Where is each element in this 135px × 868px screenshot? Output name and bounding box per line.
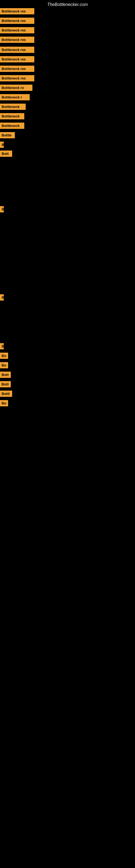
bottleneck-item-4[interactable]: Bottleneck res (0, 37, 34, 43)
bottleneck-item-11[interactable]: Bottleneck (0, 104, 26, 110)
bottleneck-item-8[interactable]: Bottleneck res (0, 75, 34, 82)
bottleneck-item-3[interactable]: Bottleneck res (0, 27, 34, 33)
bottleneck-item-2[interactable]: Bottleneck res (0, 18, 34, 24)
bottleneck-item-18[interactable]: B (0, 294, 4, 301)
bottleneck-item-5[interactable]: Bottleneck res (0, 46, 34, 53)
bottleneck-item-20[interactable]: Bo (0, 352, 8, 359)
bottleneck-item-21[interactable]: Bo (0, 362, 8, 368)
bottleneck-item-16[interactable]: Bott (0, 151, 12, 157)
bottleneck-item-12[interactable]: Bottleneck (0, 113, 24, 119)
bottleneck-item-23[interactable]: Bott (0, 381, 11, 388)
bottleneck-item-6[interactable]: Bottleneck res (0, 56, 34, 62)
bottleneck-item-25[interactable]: Bo (0, 400, 8, 406)
bottleneck-item-22[interactable]: Bott (0, 372, 11, 378)
bottleneck-item-1[interactable]: Bottleneck res (0, 8, 34, 14)
bottleneck-item-15[interactable]: B (0, 142, 4, 148)
site-title: TheBottlenecker.com (0, 0, 135, 9)
bottleneck-item-7[interactable]: Bottleneck res (0, 66, 34, 72)
bottleneck-item-14[interactable]: Bottle (0, 132, 15, 138)
bottleneck-item-9[interactable]: Bottleneck re (0, 85, 32, 91)
bottleneck-item-17[interactable]: B (0, 206, 4, 212)
bottleneck-item-19[interactable]: B (0, 343, 4, 349)
bottleneck-item-13[interactable]: Bottleneck (0, 123, 24, 129)
bottleneck-item-10[interactable]: Bottleneck r (0, 94, 30, 100)
bottleneck-item-24[interactable]: Bottl (0, 391, 12, 397)
